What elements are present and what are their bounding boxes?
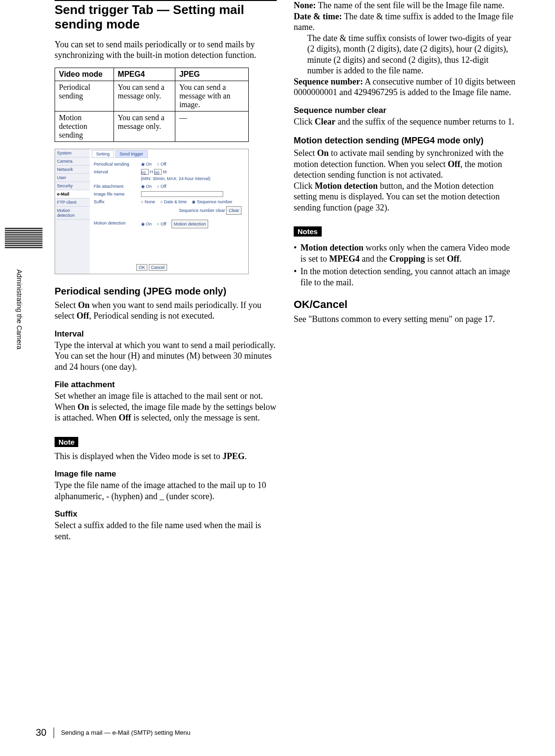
table-row: Periodical sending You can send a messag… [55,81,249,111]
sidebar-item[interactable]: Network [55,166,90,174]
tab-setting[interactable]: Setting [92,150,114,158]
sidebar-item[interactable]: System [55,149,90,157]
label-periodical: Periodical sending [94,161,140,168]
table-row: Motion detection sending You can send a … [55,111,249,141]
ok-button[interactable]: OK [136,264,147,271]
radio-on[interactable]: ◉ On [141,161,152,168]
video-mode-table: Video mode MPEG4 JPEG Periodical sending… [55,68,249,142]
sidebar-item[interactable]: FTP client [55,198,90,207]
intro-text: You can set to send mails periodically o… [55,39,277,61]
def-date-time-extra: The date & time suffix consists of lower… [294,33,516,76]
radio-sequence[interactable]: ◉ Sequence number [192,198,232,205]
screenshot-tabs: Setting Send trigger [92,150,148,158]
radio-off[interactable]: ○ Off [157,161,167,168]
image-file-name-input[interactable] [141,191,223,197]
section-title: Send trigger Tab — Setting mail sending … [55,3,277,32]
motion-detection-button[interactable]: Motion detection [171,220,208,228]
settings-screenshot: System Camera Network User Security e-Ma… [55,149,249,274]
text-periodical: Select On when you want to send mails pe… [55,300,277,322]
heading-interval: Interval [55,329,277,339]
heading-md: Motion detection sending (MPEG4 mode onl… [294,136,516,146]
text-image-file-name: Type the file name of the image attached… [55,480,277,502]
table-header: JPEG [175,68,249,81]
text-interval: Type the interval at which you want to s… [55,340,277,373]
radio-on[interactable]: ◉ On [141,221,152,227]
text-md-1: Select On to activate mail sending by sy… [294,148,516,181]
note-text: This is displayed when the Video mode is… [55,451,277,462]
label-suffix: Suffix [94,198,140,205]
note-tag: Note [55,437,78,447]
heading-file-attachment: File attachment [55,380,277,390]
clear-button[interactable]: Clear [226,206,242,215]
sidebar-item[interactable]: Security [55,182,90,190]
text-suffix: Select a suffix added to the file name u… [55,520,277,542]
table-header: MPEG4 [114,68,175,81]
heading-seq-clear: Sequence number clear [294,106,516,115]
def-sequence: Sequence number: A consecutive number of… [294,76,516,98]
heading-image-file-name: Image file name [55,469,277,479]
radio-off[interactable]: ○ Off [157,183,167,190]
sidebar-item[interactable]: Camera [55,157,90,166]
text-md-2: Click Motion detection button, and the M… [294,181,516,213]
heading-ok-cancel: OK/Cancel [294,298,516,311]
screenshot-sidebar: System Camera Network User Security e-Ma… [55,149,90,274]
sidebar-item[interactable]: User [55,174,90,182]
def-date-time: Date & time: The date & time suffix is a… [294,11,516,33]
seq-clear-label: Sequence number clear [179,208,225,213]
radio-on[interactable]: ◉ On [141,183,152,190]
notes-list: Motion detection works only when the cam… [294,242,516,288]
cancel-button[interactable]: Cancel [149,264,167,271]
title-rule [55,0,277,1]
tab-send-trigger[interactable]: Send trigger [115,150,148,158]
interval-hour-input[interactable]: 01 [141,169,149,175]
heading-periodical: Periodical sending (JPEG mode only) [55,286,277,297]
def-none: None: The name of the sent file will be … [294,0,516,11]
right-column: None: The name of the sent file will be … [294,0,516,332]
list-item: In the motion detection sending, you can… [294,266,516,288]
sidebar-item-selected[interactable]: e-Mail [55,190,90,198]
radio-none[interactable]: ○ None [141,198,155,205]
text-file-attachment-2: When On is selected, the image file made… [55,402,277,423]
label-file-attachment: File attachment [94,183,140,190]
radio-off[interactable]: ○ Off [157,221,167,227]
screenshot-form: Periodical sending ◉ On ○ Off Interval 0… [94,160,245,229]
label-image-file-name: Image file name [94,191,140,197]
heading-suffix: Suffix [55,509,277,519]
side-index-marks [5,228,43,249]
unit-h: H [150,169,153,174]
text-ok-cancel: See "Buttons common to every setting men… [294,314,516,325]
sidebar-item[interactable]: Motion detection [55,207,90,220]
unit-m: M [163,169,167,174]
text-seq-clear: Click Clear and the suffix of the sequen… [294,116,516,127]
radio-date-time[interactable]: ○ Date & time [160,198,186,205]
label-interval: Interval [94,168,140,175]
interval-min-input[interactable]: 00 [154,169,162,175]
list-item: Motion detection works only when the cam… [294,242,516,264]
label-motion-detection: Motion detection [94,220,140,226]
text-file-attachment: Set whether an image file is attached to… [55,391,277,402]
interval-hint: (MIN: 30min, MAX: 24-hour interval) [141,176,211,181]
screenshot-footer-buttons: OK Cancel [55,264,248,271]
page-footer: 30 Sending a mail — e-Mail (SMTP) settin… [36,727,470,740]
notes-tag: Notes [294,226,322,237]
side-tab-label: Administrating the Camera [15,269,23,350]
left-column: Send trigger Tab — Setting mail sending … [55,0,277,548]
page-number: 30 [36,727,46,738]
table-header: Video mode [55,68,114,81]
footer-rule [54,728,54,738]
footer-text: Sending a mail — e-Mail (SMTP) setting M… [61,729,190,736]
